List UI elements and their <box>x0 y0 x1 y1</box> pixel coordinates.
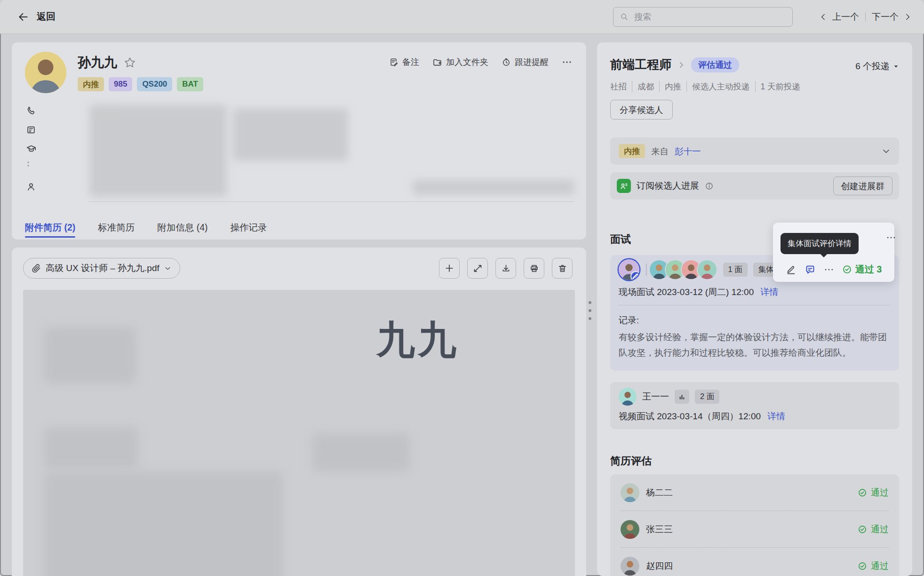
print-icon <box>529 264 539 273</box>
referrer-link[interactable]: 彭十一 <box>675 145 701 157</box>
next-label: 下一个 <box>872 11 899 23</box>
evaluator-name: 张三三 <box>646 523 673 536</box>
evaluation-row[interactable]: 杨二二 通过 <box>621 474 889 511</box>
evaluation-row[interactable]: 张三三 通过 <box>621 511 889 547</box>
breadcrumb-chevron-icon <box>677 61 685 69</box>
attachment-selector[interactable]: 高级 UX 设计师 – 孙九九.pdf <box>23 258 180 279</box>
applications-dropdown[interactable]: 6 个投递 <box>855 60 899 72</box>
interview-round2-card: 王一一 2 面 视频面试 2023-03-14（周四）12:00 详情 <box>610 382 899 429</box>
next-button[interactable]: 下一个 <box>872 11 912 23</box>
interviewer-name: 王一一 <box>642 391 669 403</box>
print-button[interactable] <box>524 258 544 279</box>
tag-referral: 内推 <box>78 77 104 91</box>
back-arrow-icon <box>17 11 29 23</box>
pdf-preview[interactable]: 九九 <box>23 290 575 576</box>
create-progress-group-button[interactable]: 创建进展群 <box>833 176 893 195</box>
follow-reminder-button[interactable]: 跟进提醒 <box>502 56 549 68</box>
note-button[interactable]: 备注 <box>389 56 419 68</box>
pass-count-label: 通过 3 <box>855 263 882 276</box>
check-circle-icon <box>842 264 852 274</box>
download-icon <box>501 264 511 273</box>
resume-evaluation-section-title: 简历评估 <box>610 454 652 468</box>
fullscreen-button[interactable] <box>467 258 488 279</box>
add-to-folder-button[interactable]: 加入文件夹 <box>432 56 488 68</box>
education-icon <box>26 144 37 154</box>
evaluator-avatar <box>621 557 639 576</box>
referral-card[interactable]: 内推 来自 彭十一 <box>610 137 899 165</box>
interview-detail-link[interactable]: 详情 <box>767 410 785 423</box>
tab-additional-info[interactable]: 附加信息 (4) <box>157 215 207 240</box>
add-attachment-button[interactable] <box>439 258 460 279</box>
check-circle-icon <box>858 561 867 571</box>
evaluator-name: 赵四四 <box>646 560 673 572</box>
group-evaluation-detail-icon[interactable] <box>805 264 816 275</box>
phone-icon <box>26 105 36 116</box>
tab-standard-resume[interactable]: 标准简历 <box>98 215 135 240</box>
pdf-toolbar <box>439 258 573 279</box>
tab-operation-log[interactable]: 操作记录 <box>231 215 267 240</box>
back-button[interactable]: 返回 <box>17 0 56 33</box>
top-bar: 返回 上一个 下一个 <box>0 0 924 34</box>
redacted-contact-info <box>89 104 227 197</box>
evaluation-result-label: 通过 <box>871 523 889 536</box>
meta-city: 成都 <box>632 81 659 92</box>
share-candidate-button[interactable]: 分享候选人 <box>610 100 673 120</box>
status-badge[interactable]: 评估通过 <box>691 57 739 72</box>
attachment-name: 高级 UX 设计师 – 孙九九.pdf <box>46 262 159 274</box>
report-tag[interactable] <box>675 390 689 404</box>
chevron-left-icon <box>819 13 828 21</box>
referral-from-label: 来自 <box>651 145 669 157</box>
expand-icon <box>473 264 483 273</box>
job-title[interactable]: 前端工程师 <box>610 56 671 73</box>
more-vertical-dots-icon[interactable] <box>26 161 31 168</box>
back-label: 返回 <box>37 10 56 23</box>
check-circle-icon <box>858 525 867 534</box>
edit-badge-icon <box>630 271 639 280</box>
subscribe-progress-label: 订阅候选人进展 <box>637 180 699 192</box>
redacted-contact-info <box>233 108 348 161</box>
trash-icon <box>558 264 567 273</box>
meta-channel: 内推 <box>659 81 686 92</box>
bar-chart-icon <box>678 393 685 400</box>
meta-applied-time: 1 天前投递 <box>755 81 806 92</box>
caret-down-icon <box>893 64 899 70</box>
interview-more-icon[interactable] <box>886 232 896 243</box>
progress-subscription-icon <box>617 179 631 193</box>
search-field[interactable] <box>633 12 786 23</box>
chevron-right-icon <box>903 13 912 21</box>
evaluation-row[interactable]: 赵四四 通过 <box>621 547 889 576</box>
paperclip-icon <box>32 264 41 273</box>
divider <box>646 264 647 276</box>
tag-985: 985 <box>109 77 132 91</box>
chevron-down-icon[interactable] <box>882 147 891 156</box>
panel-resize-handle[interactable] <box>589 301 591 320</box>
edit-evaluation-icon[interactable] <box>786 264 797 275</box>
check-circle-icon <box>858 488 867 497</box>
evaluation-result: 通过 <box>858 560 889 572</box>
interviewer-avatar <box>619 388 637 406</box>
app-root: 返回 上一个 下一个 孙九九 内推 985 <box>0 0 924 576</box>
note-label: 备注 <box>402 56 419 68</box>
prev-button[interactable]: 上一个 <box>819 11 859 23</box>
more-actions-icon[interactable] <box>824 264 834 275</box>
tab-attached-resume[interactable]: 附件简历 (2) <box>25 215 75 240</box>
interview-actions-popover: 集体面试评价详情 通过 3 <box>773 223 894 282</box>
application-meta: 社招 成都 内推 候选人主动投递 1 天前投递 <box>610 81 805 92</box>
divider <box>619 305 891 305</box>
blurred-resume-block <box>44 472 283 576</box>
interviewer-avatar <box>697 259 717 280</box>
redacted-contact-info <box>413 180 574 195</box>
tag-bat: BAT <box>177 77 203 91</box>
blurred-resume-block <box>312 433 410 472</box>
prev-label: 上一个 <box>832 11 859 23</box>
blurred-resume-block <box>44 327 136 384</box>
applications-count: 6 个投递 <box>855 60 890 72</box>
person-icon <box>26 182 36 192</box>
delete-button[interactable] <box>552 258 573 279</box>
star-icon[interactable] <box>124 56 136 69</box>
more-icon[interactable] <box>562 57 572 67</box>
search-input[interactable] <box>613 7 793 27</box>
download-button[interactable] <box>495 258 516 279</box>
info-icon[interactable] <box>705 182 714 191</box>
interview-detail-link[interactable]: 详情 <box>760 286 778 298</box>
